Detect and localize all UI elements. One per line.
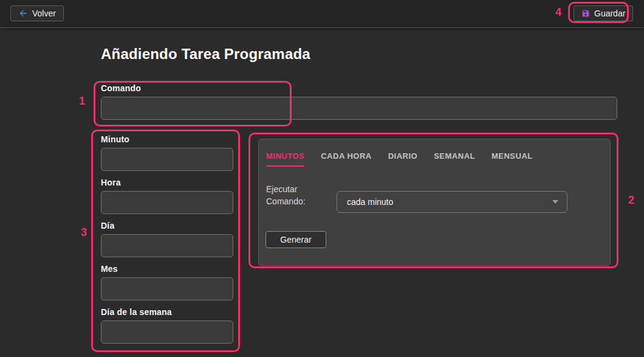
- page-title: Añadiendo Tarea Programada: [101, 46, 310, 63]
- chevron-down-icon: [552, 200, 558, 204]
- tab-diario[interactable]: DIARIO: [388, 151, 418, 167]
- frequency-select-value: cada minuto: [347, 197, 552, 207]
- command-label: Comando: [101, 83, 617, 93]
- hour-field-group: Hora: [101, 178, 233, 214]
- annotation-label-3: 3: [81, 226, 87, 239]
- month-field-group: Mes: [101, 264, 233, 300]
- back-arrow-icon: [18, 9, 28, 18]
- hour-label: Hora: [101, 178, 233, 187]
- back-button[interactable]: Volver: [10, 5, 64, 21]
- save-button-label: Guardar: [594, 9, 625, 18]
- day-field-group: Día: [101, 221, 233, 257]
- frequency-select[interactable]: cada minuto: [337, 191, 567, 213]
- minute-input[interactable]: [101, 148, 233, 171]
- tab-minutos[interactable]: MINUTOS: [266, 151, 304, 167]
- cron-fields-column: Minuto Hora Día Mes Día de la semana: [101, 134, 233, 350]
- schedule-tabs: MINUTOS CADA HORA DIARIO SEMANAL MENSUAL: [266, 151, 533, 167]
- tab-mensual[interactable]: MENSUAL: [492, 151, 533, 167]
- weekday-field-group: Día de la semana: [101, 307, 233, 344]
- back-button-label: Volver: [32, 9, 56, 18]
- weekday-label: Día de la semana: [101, 307, 233, 317]
- schedule-generator-panel: MINUTOS CADA HORA DIARIO SEMANAL MENSUAL…: [258, 139, 611, 266]
- topbar: Volver Guardar: [0, 0, 644, 28]
- hour-input[interactable]: [101, 191, 233, 214]
- generate-button[interactable]: Generar: [265, 231, 326, 248]
- weekday-input[interactable]: [101, 321, 233, 344]
- minute-field-group: Minuto: [101, 134, 233, 171]
- tab-semanal[interactable]: SEMANAL: [434, 151, 475, 167]
- add-scheduled-task-screen: Volver Guardar Añadiendo Tarea Programad…: [0, 0, 644, 357]
- annotation-label-1: 1: [79, 95, 85, 108]
- day-input[interactable]: [101, 234, 233, 257]
- month-input[interactable]: [101, 277, 233, 300]
- save-icon: [581, 9, 590, 18]
- command-input[interactable]: [101, 97, 617, 120]
- execute-command-label: Ejecutar Comando:: [266, 183, 321, 207]
- tab-cada-hora[interactable]: CADA HORA: [321, 151, 371, 167]
- day-label: Día: [101, 221, 233, 230]
- annotation-label-2: 2: [628, 194, 634, 207]
- save-button[interactable]: Guardar: [574, 5, 633, 21]
- command-field-group: Comando: [101, 83, 617, 120]
- minute-label: Minuto: [101, 134, 233, 144]
- month-label: Mes: [101, 264, 233, 274]
